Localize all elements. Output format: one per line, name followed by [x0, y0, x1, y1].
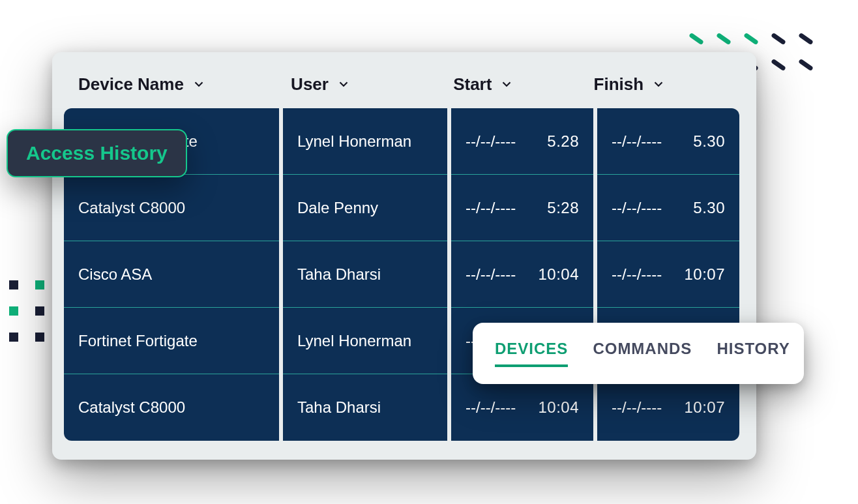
tab-devices[interactable]: DEVICES [495, 340, 568, 367]
cell-start: --/--/----5:28 [451, 175, 593, 241]
table-header-row: Device Name User Start Finish [64, 64, 745, 104]
access-history-tag: Access History [7, 129, 187, 177]
cell-start: --/--/----5.28 [451, 108, 593, 175]
table-row[interactable]: Catalyst C8000 Taha Dharsi --/--/----10:… [64, 374, 745, 441]
column-header-device[interactable]: Device Name [78, 74, 291, 95]
cell-time: 10:07 [684, 265, 725, 284]
cell-text: Cisco ASA [78, 265, 152, 284]
cell-text: Catalyst C8000 [78, 199, 185, 217]
cell-device: Cisco ASA [64, 241, 279, 308]
tab-label: DEVICES [495, 340, 568, 357]
cell-time: 10:04 [538, 398, 579, 417]
cell-text: Catalyst C8000 [78, 398, 185, 417]
cell-date: --/--/---- [466, 132, 516, 151]
column-header-user[interactable]: User [291, 74, 453, 95]
cell-start: --/--/----10:04 [451, 241, 593, 308]
table-row[interactable]: Cisco ASA Taha Dharsi --/--/----10:04 --… [64, 241, 745, 308]
cell-date: --/--/---- [466, 398, 516, 417]
cell-text: Lynel Honerman [297, 332, 411, 350]
column-header-label: Device Name [78, 74, 184, 95]
cell-date: --/--/---- [612, 132, 662, 151]
cell-text: Lynel Honerman [297, 132, 411, 151]
cell-text: Taha Dharsi [297, 265, 381, 284]
chevron-down-icon [499, 77, 514, 91]
table-row[interactable]: Catalyst C8000 Dale Penny --/--/----5:28… [64, 175, 745, 241]
cell-time: 10:04 [538, 265, 579, 284]
cell-date: --/--/---- [612, 398, 662, 417]
cell-date: --/--/---- [612, 265, 662, 284]
cell-time: 5.30 [693, 132, 725, 151]
cell-time: 5:28 [547, 199, 579, 217]
column-header-label: Start [453, 74, 492, 95]
tab-label: HISTORY [717, 340, 790, 357]
cell-device: Fortinet Fortigate [64, 308, 279, 374]
cell-start: --/--/----10:04 [451, 374, 593, 441]
chevron-down-icon [336, 77, 351, 91]
access-history-panel: Device Name User Start Finish Fo [52, 52, 756, 460]
cell-text: Dale Penny [297, 199, 378, 217]
cell-finish: --/--/----10:07 [597, 241, 739, 308]
cell-date: --/--/---- [612, 199, 662, 217]
tag-label: Access History [26, 142, 168, 164]
column-header-start[interactable]: Start [453, 74, 593, 95]
column-header-label: Finish [594, 74, 644, 95]
chevron-down-icon [192, 77, 206, 91]
cell-time: 10:07 [684, 398, 725, 417]
cell-finish: --/--/----5.30 [597, 108, 739, 175]
tabs-card: DEVICES COMMANDS HISTORY [473, 323, 804, 384]
tab-label: COMMANDS [593, 340, 692, 357]
chevron-down-icon [651, 77, 666, 91]
cell-user: Taha Dharsi [283, 374, 447, 441]
cell-text: Taha Dharsi [297, 398, 381, 417]
cell-user: Taha Dharsi [283, 241, 447, 308]
cell-text: Fortinet Fortigate [78, 332, 198, 350]
cell-date: --/--/---- [466, 199, 516, 217]
cell-device: Catalyst C8000 [64, 374, 279, 441]
cell-finish: --/--/----10:07 [597, 374, 739, 441]
cell-date: --/--/---- [466, 265, 516, 284]
tab-history[interactable]: HISTORY [717, 340, 790, 367]
column-header-finish[interactable]: Finish [594, 74, 734, 95]
cell-device: Catalyst C8000 [64, 175, 279, 241]
cell-user: Lynel Honerman [283, 308, 447, 374]
cell-finish: --/--/----5.30 [597, 175, 739, 241]
tab-commands[interactable]: COMMANDS [593, 340, 692, 367]
cell-time: 5.28 [547, 132, 579, 151]
cell-user: Lynel Honerman [283, 108, 447, 175]
cell-time: 5.30 [693, 199, 725, 217]
column-header-label: User [291, 74, 329, 95]
cell-user: Dale Penny [283, 175, 447, 241]
